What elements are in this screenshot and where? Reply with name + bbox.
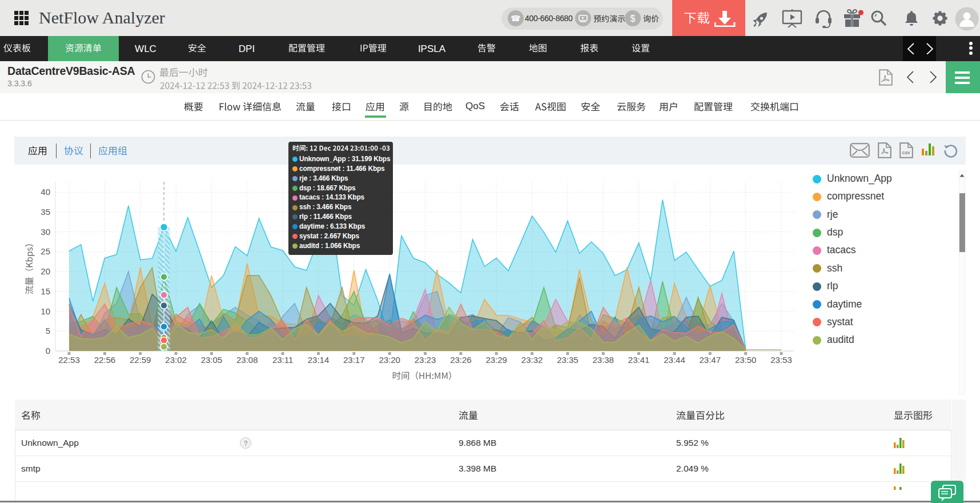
svg-text:23:35: 23:35	[557, 355, 579, 365]
svg-text:23:23: 23:23	[415, 355, 436, 365]
svg-text:csv: csv	[902, 150, 910, 155]
svg-text:40: 40	[41, 187, 50, 197]
svg-text:22:59: 22:59	[130, 355, 151, 365]
svg-text:23:02: 23:02	[165, 355, 187, 365]
svg-text:20: 20	[41, 266, 50, 276]
svg-text:0: 0	[46, 346, 50, 356]
svg-text:23:11: 23:11	[272, 355, 293, 365]
svg-text:25: 25	[41, 246, 50, 256]
svg-text:23:38: 23:38	[592, 355, 614, 365]
svg-text:10: 10	[41, 306, 50, 316]
svg-text:23:53: 23:53	[770, 355, 792, 365]
svg-text:22:53: 22:53	[58, 355, 80, 365]
svg-text:23:29: 23:29	[485, 355, 507, 365]
svg-text:$: $	[630, 14, 636, 23]
svg-text:23:08: 23:08	[236, 355, 258, 365]
svg-text:23:47: 23:47	[700, 355, 721, 365]
svg-text:23:17: 23:17	[343, 355, 365, 365]
svg-text:23:41: 23:41	[628, 355, 650, 365]
svg-text:23:26: 23:26	[450, 355, 472, 365]
svg-text:☎: ☎	[511, 14, 520, 23]
svg-text:23:32: 23:32	[521, 355, 543, 365]
svg-text:23:44: 23:44	[664, 355, 685, 365]
svg-text:23:50: 23:50	[735, 355, 757, 365]
svg-text:22:56: 22:56	[94, 355, 116, 365]
svg-text:35: 35	[41, 207, 50, 217]
svg-text:5: 5	[46, 326, 50, 336]
svg-text:23:05: 23:05	[201, 355, 223, 365]
svg-text:23:14: 23:14	[308, 355, 330, 365]
svg-text:23:20: 23:20	[379, 355, 400, 365]
svg-text:30: 30	[41, 227, 50, 237]
svg-text:15: 15	[41, 286, 50, 296]
